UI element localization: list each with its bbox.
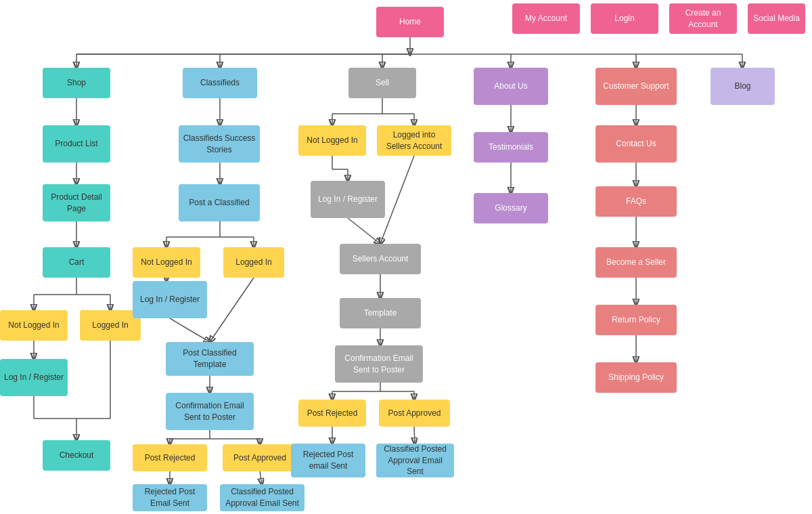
checkout-node[interactable]: Checkout — [43, 440, 110, 471]
return-policy-node[interactable]: Return Policy — [595, 305, 677, 335]
my-account-node[interactable]: My Account — [512, 3, 580, 34]
logged-in-cart-node[interactable]: Logged In — [80, 310, 141, 341]
sell-node[interactable]: Sell — [348, 68, 416, 98]
svg-line-31 — [170, 318, 210, 342]
about-us-node[interactable]: About Us — [474, 68, 548, 105]
create-account-node[interactable]: Create an Account — [669, 3, 737, 34]
blog-node[interactable]: Blog — [710, 68, 775, 105]
login-register-sell-node[interactable]: Log In / Register — [311, 181, 385, 218]
login-register-classified-node[interactable]: Log In / Register — [133, 281, 207, 318]
not-logged-in-classified-node[interactable]: Not Logged In — [133, 247, 200, 278]
contact-us-node[interactable]: Contact Us — [595, 125, 677, 163]
classifieds-node[interactable]: Classifieds — [183, 68, 257, 98]
sellers-account-node[interactable]: Sellers Account — [340, 244, 421, 274]
confirmation-email-classified-node[interactable]: Confirmation Email Sent to Poster — [166, 393, 254, 430]
rejected-post-classified-node[interactable]: Rejected Post Email Sent — [133, 484, 207, 511]
faqs-node[interactable]: FAQs — [595, 186, 677, 217]
svg-line-32 — [210, 278, 254, 342]
shipping-policy-node[interactable]: Shipping Policy — [595, 362, 677, 393]
cart-node[interactable]: Cart — [43, 247, 110, 278]
customer-support-node[interactable]: Customer Support — [595, 68, 677, 105]
not-logged-in-cart-node[interactable]: Not Logged In — [0, 310, 68, 341]
post-approved-classified-node[interactable]: Post Approved — [223, 444, 297, 471]
post-approved-sell-node[interactable]: Post Approved — [379, 400, 450, 427]
svg-line-59 — [414, 427, 415, 444]
rejected-post-sell-node[interactable]: Rejected Post email Sent — [291, 444, 365, 477]
post-rejected-sell-node[interactable]: Post Rejected — [298, 400, 366, 427]
social-media-node[interactable]: Social Media — [748, 3, 805, 34]
home-node[interactable]: Home — [376, 7, 444, 37]
logged-into-sellers-node[interactable]: Logged into Sellers Account — [377, 125, 451, 156]
diagram: Home My Account Login Create an Account … — [0, 0, 812, 514]
product-detail-node[interactable]: Product Detail Page — [43, 184, 110, 221]
shop-node[interactable]: Shop — [43, 68, 110, 98]
svg-line-49 — [348, 218, 380, 244]
post-classified-node[interactable]: Post a Classified — [179, 184, 260, 221]
template-sell-node[interactable]: Template — [340, 298, 421, 328]
post-rejected-classified-node[interactable]: Post Rejected — [133, 444, 207, 471]
logged-in-classified-node[interactable]: Logged In — [223, 247, 284, 278]
classified-posted-sell-node[interactable]: Classified Posted Approval Email Sent — [376, 444, 454, 477]
testimonials-node[interactable]: Testimonials — [474, 132, 548, 163]
login-node[interactable]: Login — [591, 3, 658, 34]
classifieds-success-node[interactable]: Classifieds Success Stories — [179, 125, 260, 163]
become-seller-node[interactable]: Become a Seller — [595, 247, 677, 278]
product-list-node[interactable]: Product List — [43, 125, 110, 163]
svg-line-50 — [380, 156, 414, 244]
confirmation-email-sell-node[interactable]: Confirmation Email Sent to Poster — [335, 345, 423, 383]
svg-line-40 — [260, 471, 262, 484]
classified-posted-classified-node[interactable]: Classified Posted Approval Email Sent — [220, 484, 304, 511]
post-classified-template-node[interactable]: Post Classified Template — [166, 342, 254, 376]
glossary-node[interactable]: Glossary — [474, 193, 548, 223]
not-logged-in-sell-node[interactable]: Not Logged In — [298, 125, 366, 156]
login-register-cart-node[interactable]: Log In / Register — [0, 359, 68, 396]
